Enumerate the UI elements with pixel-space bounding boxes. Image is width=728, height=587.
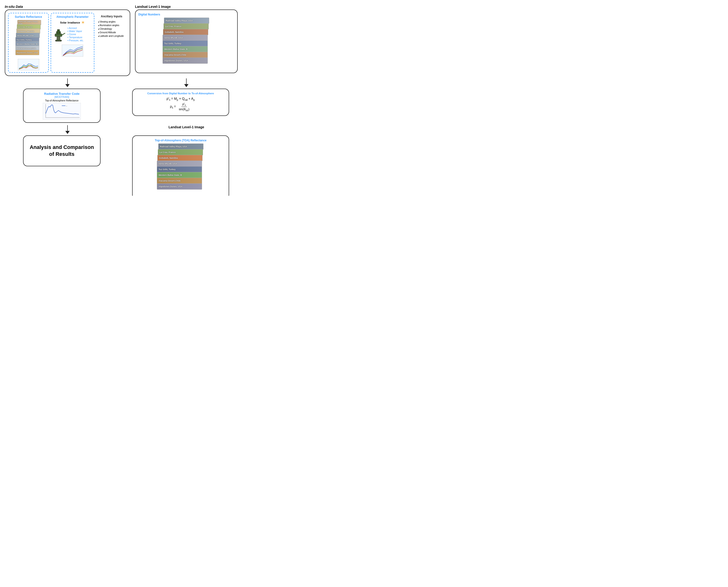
toa-site-3: Gobabeb, Namibia (157, 155, 203, 161)
arrow-modtran-to-analysis (65, 125, 70, 134)
photometer-section: Acrosol Water Vapor Ozone Temperature Pr… (53, 27, 92, 43)
toa-title: Top-of-Atmosphere (TOA) Reflectance (135, 139, 226, 142)
photometer-icon (53, 27, 66, 43)
svg-line-6 (62, 33, 65, 35)
arrow-landsat1-to-conversion (184, 78, 188, 87)
landsat1-section-label: Landsat Level-1 Image (135, 5, 238, 8)
modtran-box: Radiative Transfer Code [MODTRAN] Top-of… (23, 89, 100, 123)
arrow-shaft-1 (67, 78, 68, 84)
dn-site-5: Tuz Gölü, Turkey (163, 40, 208, 47)
conversion-box: Conversion from Digital Number to To-of-… (132, 89, 229, 116)
formula-fraction: ρ′λ sin(θSE) (178, 102, 190, 112)
dn-site-6: Western Bahia State, B (163, 46, 208, 52)
dn-site-3: Gobabeb, Namibia (163, 29, 208, 35)
analysis-box: Analysis and Comparison of Results (23, 135, 100, 166)
param-ozone: Ozone (68, 33, 84, 36)
svg-text:—: — (66, 105, 67, 107)
ancillary-item-2: Illumination angles (98, 24, 125, 27)
atm-chart (62, 45, 83, 56)
surface-reflectance-title: Surface Reflectance (10, 15, 46, 19)
frac-numerator: ρ′λ (181, 102, 187, 107)
dn-site-4: SDSU IPLAB, USA (163, 35, 208, 41)
toa-site-2: La Crau, France (158, 149, 203, 155)
arrow-head-3 (65, 131, 70, 134)
modtran-title: Radiative Transfer Code (26, 92, 97, 95)
digital-numbers-title: Digital Numbers (138, 13, 234, 16)
toa-site-7: Atacama Desert,Chile (157, 178, 202, 184)
dn-site-7: Atacama Desert,Chile (163, 52, 208, 58)
param-temperature: Temperature (68, 36, 84, 39)
landsat-toa-box: Top-of-Atmosphere (TOA) Reflectance Rail… (132, 135, 229, 196)
arrow-head-1 (65, 84, 70, 87)
formula1: ρ′λ = Mρ × Qcal + Aρ (135, 97, 226, 101)
irradiance-label: Irradiance (68, 21, 80, 24)
ancillary-list: Viewing angles Illumination angles Clima… (98, 20, 125, 38)
svg-rect-3 (57, 29, 60, 32)
ancillary-item-3: Climatology (98, 27, 125, 31)
modtran-subtitle: [MODTRAN] (26, 95, 97, 98)
toa-site-5: Tuz Gölü, Turkey (157, 166, 202, 172)
toa-site-8: Algodones Dunes, USA (157, 183, 202, 190)
analysis-title: Analysis and Comparison of Results (26, 140, 97, 161)
spectral-chart (18, 59, 39, 70)
solar-section: Solar Irradiance ☀ (53, 20, 92, 25)
dn-site-2: La Crau, France (163, 23, 209, 29)
param-acrosol: Acrosol (68, 27, 84, 30)
dn-stacked-images: Railroad Valley Playa, USA La Crau, Fran… (163, 18, 210, 70)
formula2: ρλ = ρ′λ sin(θSE) (135, 102, 226, 112)
arrow-insitu-to-modtran (65, 78, 70, 87)
surface-reflectance-panel: Surface Reflectance Railroad Valley Play… (8, 13, 49, 73)
solar-label: Solar (60, 21, 67, 24)
param-pressure: Pressure, etc. (68, 39, 84, 42)
ancillary-item-1: Viewing angles (98, 20, 125, 24)
landsat-toa-section-label: Landsat Level-1 Image (143, 125, 230, 129)
toa-reflectance-label: Top-of-Atmosphere Reflectance (26, 99, 97, 102)
modtran-chart: — (43, 103, 81, 119)
toa-site-1: Railroad Valley Playa, USA (158, 143, 203, 150)
dn-site-8: Algodones Dunes, USA (163, 57, 208, 64)
site-8: Algodones Dunes, USA (16, 50, 39, 55)
toa-stacked-images: Railroad Valley Playa, USA La Crau, Fran… (157, 143, 204, 196)
svg-rect-5 (55, 40, 62, 41)
insitu-section-label: In-situ Data (5, 5, 130, 8)
arrow-shaft-2 (186, 78, 187, 84)
toa-site-6: Western Bahia State, B (157, 172, 202, 178)
ancillary-item-5: Latitude and Longitude (98, 34, 125, 38)
insitu-box: Surface Reflectance Railroad Valley Play… (5, 9, 130, 76)
arrow-head-2 (184, 84, 188, 87)
svg-rect-8 (43, 103, 81, 119)
ancillary-title: Ancillary Inputs (98, 15, 125, 18)
atmospheric-title: Atmospheric Parameter (53, 15, 92, 19)
atmospheric-params-list: Acrosol Water Vapor Ozone Temperature Pr… (68, 27, 84, 42)
dn-site-1: Railroad Valley Playa, USA (164, 18, 209, 24)
ancillary-panel: Ancillary Inputs Viewing angles Illumina… (96, 13, 127, 73)
surface-reflectance-images: Railroad Valley Playa, USA La Crau, Fran… (16, 20, 42, 58)
landsat1-box: Digital Numbers Railroad Valley Playa, U… (135, 9, 238, 73)
toa-site-4: SDSU IPLAB, USA (157, 161, 202, 167)
ancillary-item-4: Ground Altitude (98, 31, 125, 34)
param-water-vapor: Water Vapor (68, 30, 84, 33)
frac-denominator: sin(θSE) (178, 107, 190, 112)
atmospheric-panel: Atmospheric Parameter Solar Irradiance ☀ (51, 13, 94, 73)
arrow-shaft-3 (67, 125, 68, 131)
conversion-title: Conversion from Digital Number to To-of-… (135, 92, 226, 95)
sun-icon: ☀ (81, 20, 85, 25)
